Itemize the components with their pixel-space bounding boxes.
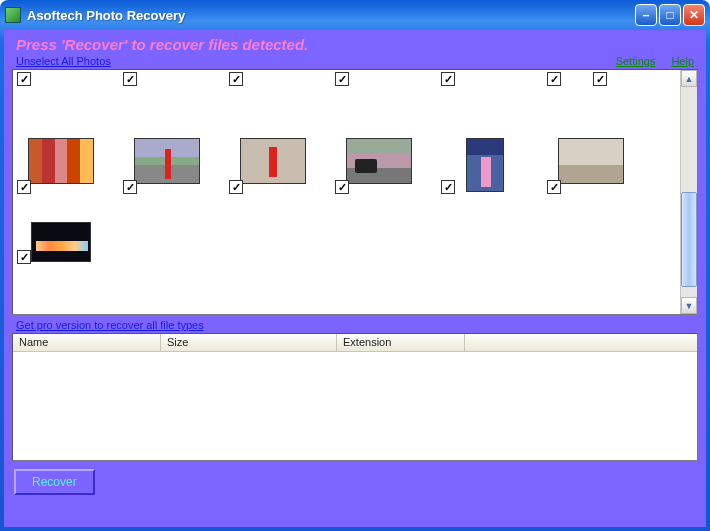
close-button[interactable]: ✕ [683,4,705,26]
titlebar: Asoftech Photo Recovery – □ ✕ [0,0,710,30]
scroll-track[interactable] [681,87,697,297]
button-row: Recover [12,461,698,495]
window-title: Asoftech Photo Recovery [27,8,635,23]
pro-version-link[interactable]: Get pro version to recover all file type… [16,319,204,331]
scroll-up-button[interactable]: ▲ [681,70,697,87]
photo-checkbox[interactable] [593,72,607,86]
table-body [13,352,697,460]
file-details-table: Name Size Extension [12,333,698,461]
photo-item[interactable] [123,138,211,192]
photo-checkbox[interactable] [547,180,561,194]
photo-checkbox[interactable] [17,180,31,194]
gallery-row [17,192,676,262]
photo-thumbnail[interactable] [558,138,624,184]
gallery-viewport [13,70,680,314]
maximize-button[interactable]: □ [659,4,681,26]
gallery-row [17,92,676,192]
photo-item[interactable] [17,222,105,262]
photo-item[interactable] [335,138,423,192]
photo-checkbox[interactable] [17,250,31,264]
photo-item[interactable] [229,138,317,192]
recover-button[interactable]: Recover [14,469,95,495]
photo-item[interactable] [441,138,529,192]
table-header: Name Size Extension [13,334,697,352]
app-icon [5,7,21,23]
photo-thumbnail[interactable] [346,138,412,184]
unselect-all-link[interactable]: Unselect All Photos [16,55,111,67]
photo-thumbnail[interactable] [28,138,94,184]
photo-checkbox[interactable] [123,72,137,86]
photo-checkbox[interactable] [547,72,561,86]
app-window: Asoftech Photo Recovery – □ ✕ Press 'Rec… [0,0,710,531]
window-controls: – □ ✕ [635,4,705,26]
help-link[interactable]: Help [671,55,694,67]
minimize-button[interactable]: – [635,4,657,26]
photo-item[interactable] [547,138,635,192]
photo-checkbox[interactable] [441,72,455,86]
photo-checkbox[interactable] [17,72,31,86]
photo-thumbnail[interactable] [466,138,504,192]
photo-item[interactable] [17,138,105,192]
column-header-name[interactable]: Name [13,334,161,351]
instruction-text: Press 'Recover' to recover files detecte… [12,34,698,55]
settings-link[interactable]: Settings [616,55,656,67]
column-header-extension[interactable]: Extension [337,334,465,351]
client-area: Press 'Recover' to recover files detecte… [4,30,706,527]
pro-version-row: Get pro version to recover all file type… [12,315,698,333]
photo-checkbox[interactable] [229,72,243,86]
photo-checkbox[interactable] [123,180,137,194]
photo-checkbox[interactable] [335,180,349,194]
top-link-bar: Unselect All Photos Settings Help [12,55,698,69]
photo-checkbox[interactable] [335,72,349,86]
scroll-thumb[interactable] [681,192,697,287]
photo-gallery: ▲ ▼ [12,69,698,315]
photo-checkbox[interactable] [441,180,455,194]
column-header-size[interactable]: Size [161,334,337,351]
photo-thumbnail[interactable] [240,138,306,184]
photo-thumbnail[interactable] [134,138,200,184]
photo-checkbox[interactable] [229,180,243,194]
gallery-scrollbar[interactable]: ▲ ▼ [680,70,697,314]
photo-thumbnail[interactable] [31,222,91,262]
scroll-down-button[interactable]: ▼ [681,297,697,314]
gallery-partial-row [17,72,676,86]
column-header-blank [465,334,697,351]
